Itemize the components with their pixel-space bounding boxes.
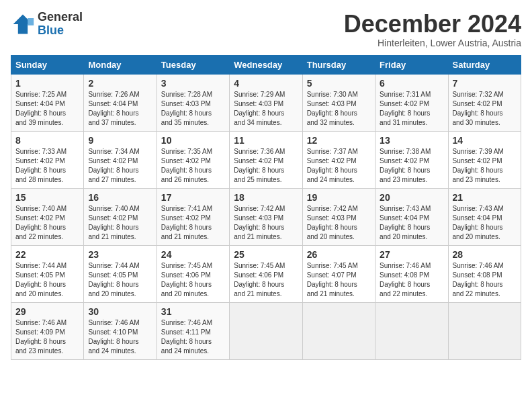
day-number: 9	[88, 135, 152, 146]
cell-info: Sunrise: 7:42 AMSunset: 4:03 PMDaylight:…	[234, 205, 285, 240]
day-cell-5: 5Sunrise: 7:30 AMSunset: 4:03 PMDaylight…	[302, 74, 375, 131]
day-number: 1	[15, 78, 79, 89]
day-number: 29	[15, 306, 79, 317]
day-number: 20	[380, 192, 443, 203]
day-number: 4	[234, 78, 298, 89]
cell-info: Sunrise: 7:43 AMSunset: 4:04 PMDaylight:…	[453, 205, 504, 240]
cell-info: Sunrise: 7:32 AMSunset: 4:02 PMDaylight:…	[453, 91, 504, 126]
day-cell-11: 11Sunrise: 7:36 AMSunset: 4:02 PMDayligh…	[230, 131, 302, 188]
day-cell-4: 4Sunrise: 7:29 AMSunset: 4:03 PMDaylight…	[230, 74, 302, 131]
day-number: 10	[161, 135, 225, 146]
day-header-monday: Monday	[84, 55, 157, 74]
day-number: 27	[380, 249, 443, 260]
svg-marker-1	[28, 18, 34, 26]
week-row-3: 15Sunrise: 7:40 AMSunset: 4:02 PMDayligh…	[11, 188, 521, 245]
week-row-5: 29Sunrise: 7:46 AMSunset: 4:09 PMDayligh…	[11, 302, 521, 359]
day-cell-25: 25Sunrise: 7:45 AMSunset: 4:06 PMDayligh…	[230, 245, 302, 302]
cell-info: Sunrise: 7:31 AMSunset: 4:02 PMDaylight:…	[380, 91, 431, 126]
day-number: 31	[161, 306, 225, 317]
title-block: December 2024 Hinterleiten, Lower Austri…	[344, 11, 521, 48]
week-row-2: 8Sunrise: 7:33 AMSunset: 4:02 PMDaylight…	[11, 131, 521, 188]
cell-info: Sunrise: 7:28 AMSunset: 4:03 PMDaylight:…	[161, 91, 212, 126]
cell-info: Sunrise: 7:34 AMSunset: 4:02 PMDaylight:…	[88, 148, 139, 183]
cell-info: Sunrise: 7:35 AMSunset: 4:02 PMDaylight:…	[161, 148, 212, 183]
day-number: 30	[88, 306, 152, 317]
day-header-sunday: Sunday	[11, 55, 84, 74]
day-cell-17: 17Sunrise: 7:41 AMSunset: 4:02 PMDayligh…	[157, 188, 229, 245]
day-number: 6	[380, 78, 443, 89]
location: Hinterleiten, Lower Austria, Austria	[344, 38, 521, 48]
calendar-table: SundayMondayTuesdayWednesdayThursdayFrid…	[11, 55, 521, 360]
cell-info: Sunrise: 7:44 AMSunset: 4:05 PMDaylight:…	[88, 262, 139, 298]
empty-cell	[302, 302, 375, 359]
empty-cell	[448, 302, 521, 359]
day-number: 28	[453, 249, 517, 260]
day-number: 2	[88, 78, 152, 89]
day-cell-15: 15Sunrise: 7:40 AMSunset: 4:02 PMDayligh…	[11, 188, 84, 245]
cell-info: Sunrise: 7:42 AMSunset: 4:03 PMDaylight:…	[307, 205, 358, 240]
day-cell-29: 29Sunrise: 7:46 AMSunset: 4:09 PMDayligh…	[11, 302, 84, 359]
cell-info: Sunrise: 7:37 AMSunset: 4:02 PMDaylight:…	[307, 148, 358, 183]
day-header-wednesday: Wednesday	[230, 55, 302, 74]
cell-info: Sunrise: 7:36 AMSunset: 4:02 PMDaylight:…	[234, 148, 285, 183]
day-cell-26: 26Sunrise: 7:45 AMSunset: 4:07 PMDayligh…	[302, 245, 375, 302]
day-number: 14	[453, 135, 517, 146]
cell-info: Sunrise: 7:38 AMSunset: 4:02 PMDaylight:…	[380, 148, 431, 183]
day-number: 25	[234, 249, 298, 260]
day-cell-16: 16Sunrise: 7:40 AMSunset: 4:02 PMDayligh…	[84, 188, 157, 245]
day-number: 18	[234, 192, 298, 203]
day-cell-6: 6Sunrise: 7:31 AMSunset: 4:02 PMDaylight…	[375, 74, 448, 131]
day-number: 5	[307, 78, 371, 89]
cell-info: Sunrise: 7:43 AMSunset: 4:04 PMDaylight:…	[380, 205, 431, 240]
logo-line2: Blue	[38, 24, 83, 38]
day-number: 13	[380, 135, 443, 146]
day-number: 26	[307, 249, 371, 260]
week-row-4: 22Sunrise: 7:44 AMSunset: 4:05 PMDayligh…	[11, 245, 521, 302]
logo-line1: General	[38, 11, 83, 24]
cell-info: Sunrise: 7:26 AMSunset: 4:04 PMDaylight:…	[88, 91, 139, 126]
cell-info: Sunrise: 7:40 AMSunset: 4:02 PMDaylight:…	[88, 205, 139, 240]
day-header-friday: Friday	[375, 55, 448, 74]
cell-info: Sunrise: 7:40 AMSunset: 4:02 PMDaylight:…	[15, 205, 66, 240]
day-cell-10: 10Sunrise: 7:35 AMSunset: 4:02 PMDayligh…	[157, 131, 229, 188]
logo-icon	[11, 12, 35, 36]
cell-info: Sunrise: 7:44 AMSunset: 4:05 PMDaylight:…	[15, 262, 66, 298]
day-number: 11	[234, 135, 298, 146]
day-cell-27: 27Sunrise: 7:46 AMSunset: 4:08 PMDayligh…	[375, 245, 448, 302]
day-number: 15	[15, 192, 79, 203]
cell-info: Sunrise: 7:46 AMSunset: 4:11 PMDaylight:…	[161, 319, 212, 355]
day-cell-30: 30Sunrise: 7:46 AMSunset: 4:10 PMDayligh…	[84, 302, 157, 359]
month-title: December 2024	[344, 11, 521, 38]
day-number: 7	[453, 78, 517, 89]
day-cell-28: 28Sunrise: 7:46 AMSunset: 4:08 PMDayligh…	[448, 245, 521, 302]
day-number: 8	[15, 135, 79, 146]
day-cell-31: 31Sunrise: 7:46 AMSunset: 4:11 PMDayligh…	[157, 302, 229, 359]
day-header-tuesday: Tuesday	[157, 55, 229, 74]
day-cell-22: 22Sunrise: 7:44 AMSunset: 4:05 PMDayligh…	[11, 245, 84, 302]
cell-info: Sunrise: 7:29 AMSunset: 4:03 PMDaylight:…	[234, 91, 285, 126]
empty-cell	[230, 302, 302, 359]
day-number: 23	[88, 249, 152, 260]
logo: General Blue	[11, 11, 83, 38]
cell-info: Sunrise: 7:39 AMSunset: 4:02 PMDaylight:…	[453, 148, 504, 183]
day-cell-24: 24Sunrise: 7:45 AMSunset: 4:06 PMDayligh…	[157, 245, 229, 302]
day-number: 16	[88, 192, 152, 203]
day-cell-9: 9Sunrise: 7:34 AMSunset: 4:02 PMDaylight…	[84, 131, 157, 188]
cell-info: Sunrise: 7:46 AMSunset: 4:08 PMDaylight:…	[453, 262, 504, 298]
page-header: General Blue December 2024 Hinterleiten,…	[11, 11, 521, 48]
day-cell-13: 13Sunrise: 7:38 AMSunset: 4:02 PMDayligh…	[375, 131, 448, 188]
cell-info: Sunrise: 7:30 AMSunset: 4:03 PMDaylight:…	[307, 91, 358, 126]
day-header-thursday: Thursday	[302, 55, 375, 74]
day-cell-21: 21Sunrise: 7:43 AMSunset: 4:04 PMDayligh…	[448, 188, 521, 245]
day-number: 12	[307, 135, 371, 146]
day-number: 3	[161, 78, 225, 89]
day-cell-3: 3Sunrise: 7:28 AMSunset: 4:03 PMDaylight…	[157, 74, 229, 131]
cell-info: Sunrise: 7:45 AMSunset: 4:06 PMDaylight:…	[161, 262, 212, 298]
empty-cell	[375, 302, 448, 359]
cell-info: Sunrise: 7:33 AMSunset: 4:02 PMDaylight:…	[15, 148, 66, 183]
header-row: SundayMondayTuesdayWednesdayThursdayFrid…	[11, 55, 521, 74]
day-cell-20: 20Sunrise: 7:43 AMSunset: 4:04 PMDayligh…	[375, 188, 448, 245]
cell-info: Sunrise: 7:46 AMSunset: 4:08 PMDaylight:…	[380, 262, 431, 298]
cell-info: Sunrise: 7:25 AMSunset: 4:04 PMDaylight:…	[15, 91, 66, 126]
day-cell-2: 2Sunrise: 7:26 AMSunset: 4:04 PMDaylight…	[84, 74, 157, 131]
